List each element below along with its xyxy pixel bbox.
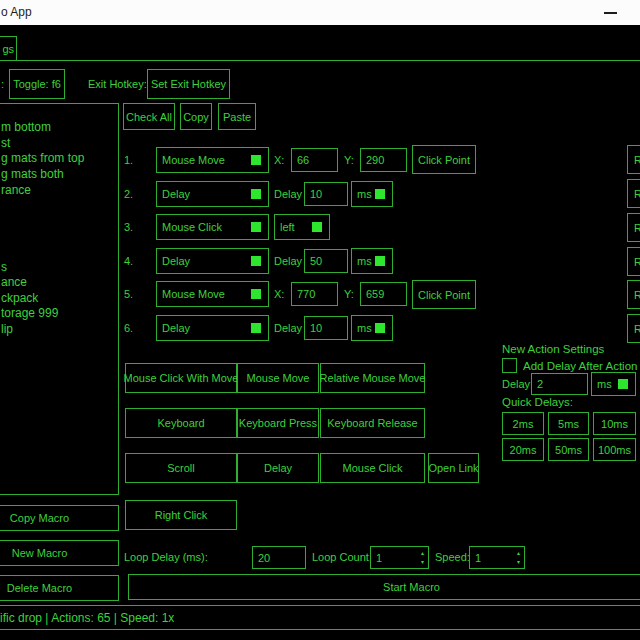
hotkey-label-fragment: : <box>1 78 4 90</box>
settings-unit-dropdown[interactable]: ms <box>591 372 636 396</box>
paste-button[interactable]: Paste <box>218 103 256 130</box>
tab-content-border <box>0 60 640 61</box>
check-all-button[interactable]: Check All <box>123 103 175 130</box>
macro-list-item[interactable]: ckpack <box>1 291 38 305</box>
row-number: 2. <box>124 188 133 200</box>
tab-settings[interactable]: gs <box>0 36 17 61</box>
quick-delay-2ms-button[interactable]: 2ms <box>502 412 544 435</box>
loop-delay-input[interactable]: 20 <box>252 546 306 569</box>
row-number: 1. <box>124 154 133 166</box>
quick-delay-50ms-button[interactable]: 50ms <box>548 438 589 461</box>
add-delay-checkbox-label: Add Delay After Action <box>523 360 637 372</box>
add-delay-button[interactable]: Delay <box>237 453 319 483</box>
add-keyboard-press-button[interactable]: Keyboard Press <box>237 408 319 438</box>
action-type-value: Delay <box>162 255 190 267</box>
stepper-arrows-icon[interactable]: ▴▾ <box>517 548 520 566</box>
loop-count-stepper[interactable]: 1 ▴▾ <box>370 546 429 569</box>
quick-delay-10ms-button[interactable]: 10ms <box>593 412 636 435</box>
new-macro-button[interactable]: New Macro <box>0 540 119 566</box>
action-type-value: Mouse Move <box>162 288 225 300</box>
remove-row-button[interactable]: R <box>627 314 640 343</box>
row-number: 3. <box>124 221 133 233</box>
settings-unit-value: ms <box>597 378 612 390</box>
add-scroll-button[interactable]: Scroll <box>125 453 237 483</box>
add-keyboard-button[interactable]: Keyboard <box>125 408 237 438</box>
dropdown-square-icon <box>251 155 261 165</box>
unit-dropdown[interactable]: ms <box>351 181 393 207</box>
macro-list-item[interactable]: ance <box>1 275 27 289</box>
x-input[interactable]: 770 <box>291 282 338 306</box>
delay-input[interactable]: 50 <box>304 249 348 273</box>
add-mouse-click-with-move-button[interactable]: Mouse Click With Move <box>125 363 237 393</box>
macro-list-item[interactable]: s <box>1 260 7 274</box>
x-label: X: <box>274 154 284 166</box>
unit-dropdown[interactable]: ms <box>351 248 393 274</box>
action-type-value: Delay <box>162 322 190 334</box>
new-action-settings-title: New Action Settings <box>502 343 604 355</box>
macro-list-item[interactable]: rance <box>1 183 31 197</box>
stepper-arrows-icon[interactable]: ▴▾ <box>421 548 424 566</box>
x-input[interactable]: 66 <box>291 148 338 172</box>
set-exit-hotkey-button[interactable]: Set Exit Hotkey <box>147 69 230 99</box>
remove-row-button[interactable]: R <box>627 179 640 208</box>
macro-list-item[interactable]: g mats both <box>1 167 64 181</box>
copy-button[interactable]: Copy <box>180 103 212 130</box>
action-type-value: Mouse Click <box>162 221 222 233</box>
dropdown-square-icon <box>251 222 261 232</box>
action-type-dropdown[interactable]: Mouse Move <box>156 147 269 173</box>
delete-macro-button[interactable]: Delete Macro <box>0 575 119 601</box>
add-relative-mouse-move-button[interactable]: Relative Mouse Move <box>320 363 425 393</box>
speed-stepper[interactable]: 1 ▴▾ <box>469 546 525 569</box>
toggle-hotkey-button[interactable]: Toggle: f6 <box>9 69 65 99</box>
dropdown-square-icon <box>375 323 385 333</box>
unit-dropdown[interactable]: ms <box>351 315 393 341</box>
y-input[interactable]: 290 <box>360 148 407 172</box>
delay-label: Delay <box>274 322 302 334</box>
copy-macro-button[interactable]: Copy Macro <box>0 505 119 531</box>
settings-delay-label: Delay: <box>502 378 533 390</box>
macro-list-item[interactable]: lip <box>1 322 13 336</box>
action-type-dropdown[interactable]: Delay <box>156 181 269 207</box>
unit-value: ms <box>357 188 372 200</box>
add-delay-checkbox[interactable] <box>502 358 517 373</box>
dropdown-square-icon <box>375 256 385 266</box>
status-bar: ific drop | Actions: 65 | Speed: 1x <box>0 605 640 630</box>
dropdown-square-icon <box>251 289 261 299</box>
add-right-click-button[interactable]: Right Click <box>125 500 237 530</box>
add-mouse-click-button[interactable]: Mouse Click <box>320 453 425 483</box>
macro-list-item[interactable]: m bottom <box>1 120 51 134</box>
action-type-dropdown[interactable]: Delay <box>156 248 269 274</box>
delay-input[interactable]: 10 <box>304 182 348 206</box>
tab-label: gs <box>2 43 14 55</box>
macro-list-item[interactable]: torage 999 <box>1 306 58 320</box>
y-label: Y: <box>344 154 354 166</box>
dropdown-square-icon <box>312 222 322 232</box>
remove-row-button[interactable]: R <box>627 213 640 242</box>
add-open-link-button[interactable]: Open Link <box>428 453 479 483</box>
action-type-dropdown[interactable]: Mouse Click <box>156 214 269 240</box>
start-macro-button[interactable]: Start Macro <box>128 574 640 600</box>
click-point-button[interactable]: Click Point <box>412 280 476 309</box>
add-mouse-move-button[interactable]: Mouse Move <box>237 363 319 393</box>
delay-label: Delay <box>274 255 302 267</box>
action-type-value: Mouse Move <box>162 154 225 166</box>
remove-row-button[interactable]: R <box>627 247 640 276</box>
mouse-button-dropdown[interactable]: left <box>274 214 330 240</box>
loop-count-value: 1 <box>376 552 382 564</box>
click-point-button[interactable]: Click Point <box>412 145 476 174</box>
remove-row-button[interactable]: R <box>627 145 640 174</box>
minimize-icon[interactable] <box>604 12 617 14</box>
delay-input[interactable]: 10 <box>304 316 348 340</box>
y-input[interactable]: 659 <box>360 282 407 306</box>
add-keyboard-release-button[interactable]: Keyboard Release <box>320 408 425 438</box>
speed-value: 1 <box>475 552 481 564</box>
macro-list-item[interactable]: g mats from top <box>1 151 84 165</box>
quick-delay-100ms-button[interactable]: 100ms <box>593 438 636 461</box>
quick-delay-5ms-button[interactable]: 5ms <box>548 412 589 435</box>
macro-list-item[interactable]: st <box>1 136 10 150</box>
settings-delay-input[interactable]: 2 <box>531 373 588 395</box>
quick-delay-20ms-button[interactable]: 20ms <box>502 438 544 461</box>
action-type-dropdown[interactable]: Delay <box>156 315 269 341</box>
action-type-dropdown[interactable]: Mouse Move <box>156 281 269 307</box>
remove-row-button[interactable]: R <box>627 280 640 309</box>
